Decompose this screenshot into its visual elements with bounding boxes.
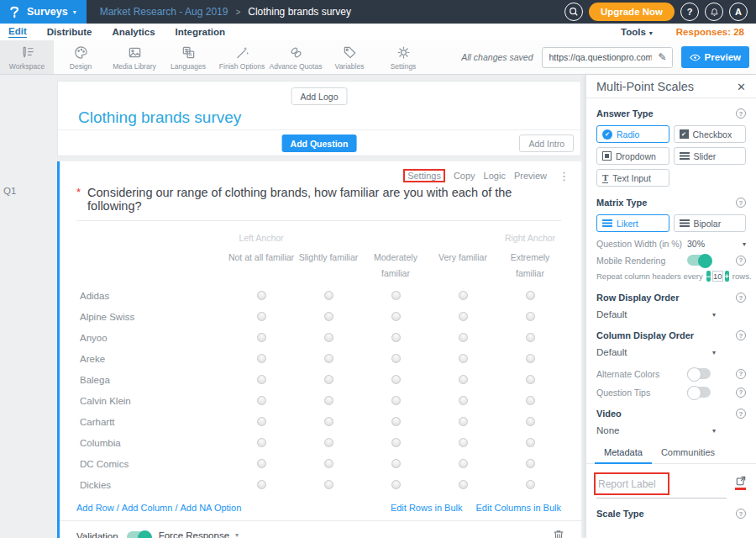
question-tips-toggle[interactable] <box>687 387 711 398</box>
radio-button[interactable] <box>257 438 266 447</box>
alternate-colors-toggle[interactable] <box>687 368 711 379</box>
option-text-input[interactable]: Text Input <box>596 169 669 187</box>
account-avatar[interactable]: A <box>729 3 748 21</box>
help-icon[interactable] <box>736 293 746 303</box>
radio-button[interactable] <box>526 438 535 447</box>
radio-button[interactable] <box>391 438 401 447</box>
link-edit-rows-in-bulk[interactable]: Edit Rows in Bulk <box>391 503 463 513</box>
question-action-settings[interactable]: Settings <box>403 169 445 182</box>
radio-button[interactable] <box>526 396 535 405</box>
radio-button[interactable] <box>391 396 401 405</box>
more-options-icon[interactable] <box>559 170 570 182</box>
radio-button[interactable] <box>257 480 266 489</box>
radio-button[interactable] <box>324 375 333 384</box>
product-switcher[interactable]: Surveys <box>0 0 87 24</box>
increment-button[interactable]: + <box>725 271 729 282</box>
search-button[interactable] <box>564 3 583 21</box>
edit-url-pencil-icon[interactable] <box>654 48 672 67</box>
radio-button[interactable] <box>257 375 266 384</box>
radio-button[interactable] <box>391 333 401 342</box>
question-action-copy[interactable]: Copy <box>454 171 475 181</box>
radio-button[interactable] <box>391 354 401 363</box>
help-icon[interactable] <box>736 509 746 519</box>
upgrade-now-button[interactable]: Upgrade Now <box>589 3 675 21</box>
preview-button[interactable]: Preview <box>681 46 749 68</box>
radio-button[interactable] <box>459 480 468 489</box>
radio-button[interactable] <box>257 396 266 405</box>
help-icon[interactable] <box>736 330 746 340</box>
report-label-expand[interactable] <box>735 472 746 490</box>
radio-button[interactable] <box>526 417 535 426</box>
radio-button[interactable] <box>324 438 333 447</box>
radio-button[interactable] <box>324 291 333 300</box>
tools-menu[interactable]: Tools <box>621 27 653 37</box>
radio-button[interactable] <box>391 459 401 468</box>
help-icon[interactable] <box>736 256 746 266</box>
responses-count[interactable]: Responses: 28 <box>676 27 744 37</box>
link-add-na-option[interactable]: Add NA Option <box>181 503 242 513</box>
help-button[interactable]: ? <box>680 3 699 21</box>
radio-button[interactable] <box>391 480 401 489</box>
radio-button[interactable] <box>391 417 401 426</box>
radio-button[interactable] <box>324 312 333 321</box>
report-label-field[interactable]: Report Label <box>596 472 727 498</box>
close-icon[interactable] <box>737 81 746 93</box>
radio-button[interactable] <box>324 354 333 363</box>
radio-button[interactable] <box>459 312 468 321</box>
column-display-order-select[interactable]: Default <box>596 347 716 357</box>
radio-button[interactable] <box>459 459 468 468</box>
sidebar-tab-metadata[interactable]: Metadata <box>595 446 652 464</box>
radio-button[interactable] <box>324 417 333 426</box>
toolbar-item-design[interactable]: Design <box>54 40 108 74</box>
radio-button[interactable] <box>324 459 333 468</box>
menu-tab-analytics[interactable]: Analytics <box>112 27 155 38</box>
help-icon[interactable] <box>736 369 746 379</box>
toolbar-item-languages[interactable]: ALanguages <box>161 40 215 74</box>
add-question-button[interactable]: Add Question <box>282 134 357 152</box>
validation-option-select[interactable]: Force Response <box>159 530 239 538</box>
radio-button[interactable] <box>526 312 535 321</box>
help-icon[interactable] <box>736 388 746 398</box>
chevron-down-icon[interactable] <box>743 240 746 248</box>
toolbar-item-workspace[interactable]: Workspace <box>0 40 54 74</box>
radio-button[interactable] <box>257 291 266 300</box>
radio-button[interactable] <box>459 417 468 426</box>
menu-tab-integration[interactable]: Integration <box>176 27 225 38</box>
option-radio[interactable]: Radio <box>596 125 669 143</box>
radio-button[interactable] <box>526 375 535 384</box>
menu-tab-distribute[interactable]: Distribute <box>47 27 92 38</box>
help-icon[interactable] <box>736 108 746 119</box>
survey-title[interactable]: Clothing brands survey <box>78 108 241 127</box>
breadcrumb-folder-link[interactable]: Market Research - Aug 2019 <box>100 6 228 18</box>
radio-button[interactable] <box>526 333 535 342</box>
toolbar-item-advance-quotas[interactable]: Advance Quotas <box>269 40 323 74</box>
add-logo-button[interactable]: Add Logo <box>291 87 348 105</box>
radio-button[interactable] <box>459 333 468 342</box>
decrement-button[interactable]: − <box>706 271 711 282</box>
option-slider[interactable]: Slider <box>674 147 747 165</box>
link-edit-columns-in-bulk[interactable]: Edit Columns in Bulk <box>476 503 562 513</box>
toolbar-item-variables[interactable]: Variables <box>323 40 376 74</box>
radio-button[interactable] <box>257 354 266 363</box>
video-select[interactable]: None <box>596 425 716 435</box>
help-icon[interactable] <box>736 198 746 208</box>
radio-button[interactable] <box>324 333 333 342</box>
option-likert[interactable]: Likert <box>596 214 669 232</box>
radio-button[interactable] <box>459 291 468 300</box>
radio-button[interactable] <box>459 354 468 363</box>
radio-button[interactable] <box>459 375 468 384</box>
radio-button[interactable] <box>257 417 266 426</box>
question-action-preview[interactable]: Preview <box>514 171 547 181</box>
radio-button[interactable] <box>526 354 535 363</box>
menu-tab-edit[interactable]: Edit <box>8 26 27 38</box>
radio-button[interactable] <box>257 459 266 468</box>
row-display-order-select[interactable]: Default <box>596 309 716 319</box>
option-bipolar[interactable]: Bipolar <box>674 214 747 232</box>
question-action-logic[interactable]: Logic <box>484 171 506 181</box>
validation-toggle[interactable] <box>127 531 150 538</box>
mobile-rendering-toggle[interactable] <box>687 255 711 266</box>
toolbar-item-media-library[interactable]: Media Library <box>108 40 161 74</box>
delete-question-button[interactable] <box>553 529 564 538</box>
option-dropdown[interactable]: Dropdown <box>596 147 669 165</box>
notifications-button[interactable] <box>705 3 723 21</box>
